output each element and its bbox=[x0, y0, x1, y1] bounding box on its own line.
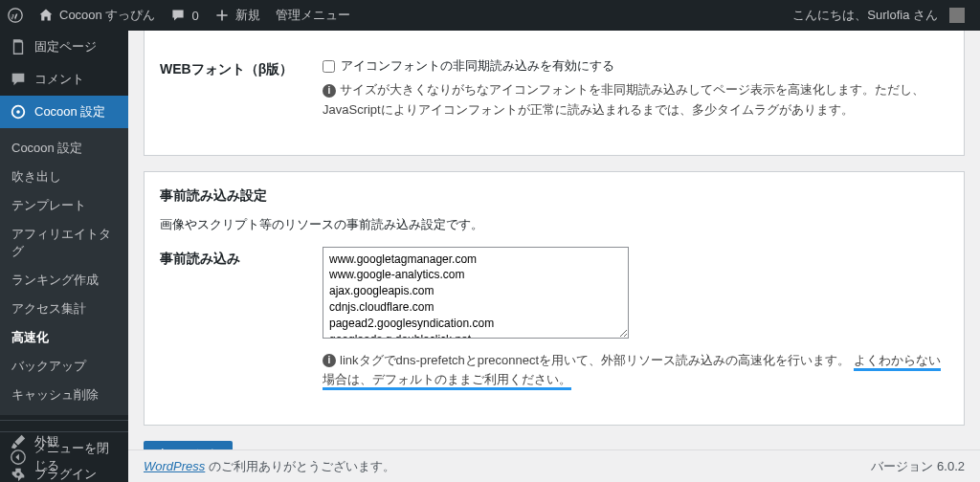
webfont-label: WEBフォント（β版） bbox=[160, 57, 323, 78]
panel-webfont: WEBフォント（β版） アイコンフォントの非同期読み込みを有効にする iサイズが… bbox=[144, 31, 965, 156]
toolbar-right: こんにちは、Surlofia さん bbox=[785, 0, 980, 31]
submenu-cocoon: Cocoon 設定 吹き出し テンプレート アフィリエイトタグ ランキング作成 … bbox=[0, 128, 128, 415]
info-icon: i bbox=[323, 84, 336, 98]
webfont-help: iサイズが大きくなりがちなアイコンフォントを非同期読み込みしてページ表示を高速化… bbox=[323, 80, 948, 120]
home-icon bbox=[38, 8, 54, 23]
admin-menu-item[interactable]: 管理メニュー bbox=[268, 0, 358, 31]
webfont-async-checkbox[interactable] bbox=[323, 60, 335, 73]
wordpress-link[interactable]: WordPress bbox=[144, 459, 205, 473]
sub-speedup[interactable]: 高速化 bbox=[0, 323, 128, 352]
footer: WordPress のご利用ありがとうございます。 バージョン 6.0.2 bbox=[128, 449, 980, 482]
wordpress-icon bbox=[8, 8, 23, 23]
footer-left: WordPress のご利用ありがとうございます。 bbox=[144, 458, 395, 475]
webfont-row: WEBフォント（β版） アイコンフォントの非同期読み込みを有効にする iサイズが… bbox=[160, 57, 948, 120]
comment-count: 0 bbox=[191, 9, 198, 23]
sub-cache-delete[interactable]: キャッシュ削除 bbox=[0, 381, 128, 409]
sub-cocoon-settings[interactable]: Cocoon 設定 bbox=[0, 134, 128, 163]
sub-ranking[interactable]: ランキング作成 bbox=[0, 266, 128, 295]
greeting-text: こんにちは、Surlofia さん bbox=[792, 7, 938, 24]
admin-menu-label: 管理メニュー bbox=[276, 7, 350, 24]
comment-icon bbox=[170, 8, 186, 23]
webfont-checkbox-row: アイコンフォントの非同期読み込みを有効にする bbox=[323, 57, 948, 75]
page-icon bbox=[10, 38, 27, 55]
prefetch-section-desc: 画像やスクリプト等のリソースの事前読み込み設定です。 bbox=[160, 216, 948, 233]
prefetch-textarea[interactable] bbox=[323, 247, 629, 339]
sub-access-stats[interactable]: アクセス集計 bbox=[0, 295, 128, 323]
admin-toolbar: Cocoon すっぴん 0 新規 管理メニュー こんにちは、Surlofia さ… bbox=[0, 0, 980, 31]
avatar bbox=[949, 8, 965, 23]
new-label: 新規 bbox=[235, 7, 260, 24]
site-name-text: Cocoon すっぴん bbox=[59, 7, 155, 24]
footer-thanks: のご利用ありがとうございます。 bbox=[205, 459, 395, 473]
webfont-checkbox-label: アイコンフォントの非同期読み込みを有効にする bbox=[341, 57, 614, 75]
prefetch-help: ilinkタグでdns-prefetchとpreconnectを用いて、外部リソ… bbox=[323, 351, 948, 391]
menu-cocoon-settings[interactable]: Cocoon 設定 bbox=[0, 96, 128, 128]
prefetch-label: 事前読み込み bbox=[160, 247, 323, 268]
menu-pages[interactable]: 固定ページ bbox=[0, 31, 128, 63]
site-name-item[interactable]: Cocoon すっぴん bbox=[31, 0, 163, 31]
prefetch-section-title: 事前読み込み設定 bbox=[160, 187, 948, 205]
admin-sidebar: 固定ページ コメント Cocoon 設定 Cocoon 設定 吹き出し テンプレ… bbox=[0, 31, 128, 482]
wp-logo-item[interactable] bbox=[0, 0, 31, 31]
panel-prefetch: 事前読み込み設定 画像やスクリプト等のリソースの事前読み込み設定です。 事前読み… bbox=[144, 171, 965, 427]
content-area: WEBフォント（β版） アイコンフォントの非同期読み込みを有効にする iサイズが… bbox=[128, 31, 980, 482]
plus-icon bbox=[214, 8, 230, 23]
new-item[interactable]: 新規 bbox=[207, 0, 268, 31]
menu-comments[interactable]: コメント bbox=[0, 63, 128, 96]
svg-point-2 bbox=[16, 110, 20, 114]
comments-item[interactable]: 0 bbox=[163, 0, 206, 31]
menu-label: 固定ページ bbox=[34, 38, 97, 55]
webfont-field: アイコンフォントの非同期読み込みを有効にする iサイズが大きくなりがちなアイコン… bbox=[323, 57, 948, 120]
footer-version: バージョン 6.0.2 bbox=[871, 458, 965, 475]
sub-template[interactable]: テンプレート bbox=[0, 191, 128, 220]
greeting-item[interactable]: こんにちは、Surlofia さん bbox=[785, 0, 972, 31]
info-icon: i bbox=[323, 354, 336, 367]
collapse-menu[interactable]: メニューを閉じる bbox=[0, 431, 128, 482]
sub-affiliate-tag[interactable]: アフィリエイトタグ bbox=[0, 220, 128, 266]
comment-menu-icon bbox=[10, 71, 27, 88]
menu-label: コメント bbox=[34, 71, 84, 88]
prefetch-help-prefix: linkタグでdns-prefetchとpreconnectを用いて、外部リソー… bbox=[340, 353, 850, 367]
toolbar-left: Cocoon すっぴん 0 新規 管理メニュー bbox=[0, 0, 358, 31]
cocoon-icon bbox=[10, 103, 27, 120]
sub-backup[interactable]: バックアップ bbox=[0, 352, 128, 381]
collapse-icon bbox=[10, 449, 27, 466]
menu-label: Cocoon 設定 bbox=[34, 103, 105, 120]
sub-speech-balloon[interactable]: 吹き出し bbox=[0, 163, 128, 191]
prefetch-row: 事前読み込み ilinkタグでdns-prefetchとpreconnectを用… bbox=[160, 247, 948, 391]
collapse-label: メニューを閉じる bbox=[34, 440, 119, 474]
webfont-help-text: サイズが大きくなりがちなアイコンフォントを非同期読み込みしてページ表示を高速化し… bbox=[323, 82, 924, 117]
prefetch-field: ilinkタグでdns-prefetchとpreconnectを用いて、外部リソ… bbox=[323, 247, 948, 391]
